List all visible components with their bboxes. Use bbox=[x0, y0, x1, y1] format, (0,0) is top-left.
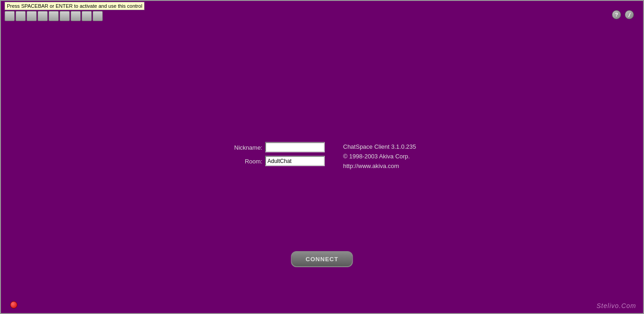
toolbar-btn-9[interactable] bbox=[93, 11, 103, 21]
toolbar-btn-3[interactable] bbox=[27, 11, 37, 21]
toolbar-btn-6[interactable] bbox=[60, 11, 70, 21]
room-row: Room: bbox=[228, 156, 325, 166]
toolbar-btn-5[interactable] bbox=[49, 11, 59, 21]
toolbar-btn-1[interactable] bbox=[5, 11, 15, 21]
settings-icon[interactable]: / bbox=[625, 10, 634, 19]
help-icon[interactable]: ? bbox=[612, 10, 621, 19]
toolbar-hint: Press SPACEBAR or ENTER to activate and … bbox=[5, 2, 144, 10]
status-indicator bbox=[10, 301, 17, 308]
toolbar-btn-2[interactable] bbox=[16, 11, 26, 21]
center-form: Nickname: Room: ChatSpace Client 3.1.0.2… bbox=[228, 142, 416, 169]
app-info-line1: ChatSpace Client 3.1.0.235 bbox=[343, 143, 416, 150]
app-info-line2: © 1998-2003 Akiva Corp. bbox=[343, 153, 416, 160]
nickname-input[interactable] bbox=[265, 142, 325, 152]
toolbar bbox=[5, 11, 103, 21]
watermark-text: Stelivo.Com bbox=[597, 302, 636, 309]
app-info: ChatSpace Client 3.1.0.235 © 1998-2003 A… bbox=[343, 142, 416, 169]
toolbar-btn-4[interactable] bbox=[38, 11, 48, 21]
app-info-line3: http://www.akiva.com bbox=[343, 163, 416, 169]
toolbar-btn-8[interactable] bbox=[82, 11, 92, 21]
nickname-label: Nickname: bbox=[228, 144, 262, 151]
nickname-row: Nickname: bbox=[228, 142, 325, 152]
form-fields: Nickname: Room: bbox=[228, 142, 325, 166]
connect-btn-wrapper: CONNECT bbox=[291, 251, 353, 267]
toolbar-btn-7[interactable] bbox=[71, 11, 81, 21]
connect-button[interactable]: CONNECT bbox=[291, 251, 353, 267]
top-right-icons: ? / bbox=[612, 10, 634, 19]
room-label: Room: bbox=[228, 157, 262, 164]
room-input[interactable] bbox=[265, 156, 325, 166]
